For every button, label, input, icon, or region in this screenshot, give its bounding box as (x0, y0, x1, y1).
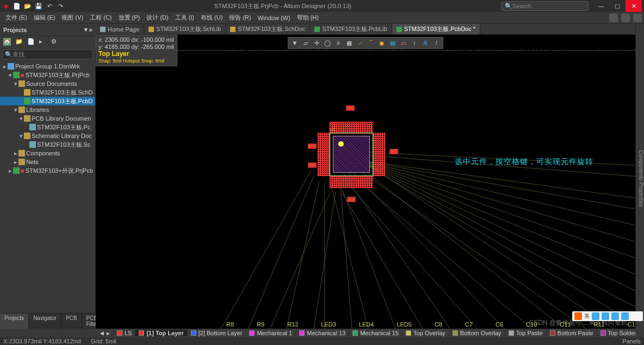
text-icon[interactable]: A (420, 37, 431, 48)
layer-tab[interactable]: Top Paste (505, 330, 547, 336)
filter-icon[interactable]: ▼ (289, 37, 300, 48)
tree-item[interactable]: ▾Source Documents (0, 79, 95, 88)
tree-item[interactable]: ▸Components (0, 149, 95, 158)
menu-item[interactable]: 工具 (I) (172, 14, 197, 22)
rect-icon[interactable]: ▭ (398, 37, 409, 48)
doc-icon[interactable]: 📄 (27, 38, 35, 46)
close-button[interactable]: ✕ (626, 0, 642, 12)
tree-item[interactable]: ▾■STM32F103主板.PrjPcb (0, 71, 95, 79)
pcb-component-u1[interactable]: C2 C3 C4 C1 C5 U1 (302, 116, 400, 214)
save-icon[interactable]: 💾 (35, 2, 42, 10)
share-icon[interactable] (609, 14, 618, 22)
undo-icon[interactable]: ↶ (46, 2, 53, 10)
layer-tab[interactable]: [2] Bottom Layer (188, 330, 246, 336)
tree-item[interactable]: STM32F103主板.Pc (0, 123, 95, 131)
cap-c5[interactable]: C5 (347, 197, 356, 202)
tree-item[interactable]: ▸■STM32F103+外设.PrjPcb (0, 166, 95, 175)
menu-item[interactable]: 帮助 (H) (294, 14, 322, 22)
menu-item[interactable]: 编辑 (E) (30, 14, 59, 22)
home-icon[interactable]: 🏠 (3, 38, 11, 46)
interactive-icon[interactable]: ⟋ (355, 37, 366, 48)
layer-tab[interactable]: Top Overlay (403, 330, 449, 336)
projects-title: Projects (3, 27, 27, 33)
pcb-toolbar: ▼ ▱ ✛ ◯ ≡ ▦ ⟋ ⌒ ◉ ▤ ▭ ↕ A / (288, 37, 443, 49)
bottom-tab[interactable]: Navigator (29, 313, 61, 329)
cap-c1[interactable]: C1 (308, 162, 317, 168)
settings-icon[interactable] (633, 14, 642, 22)
tree-item[interactable]: ▾Schematic Library Doc (0, 131, 95, 140)
coordinate-display: x: 2305.000 dx: -100.000 mil y: 4185.000… (96, 35, 177, 66)
open-icon[interactable]: 📂 (24, 2, 32, 10)
status-coord: X:2303.973mil Y:4183.412mil (3, 338, 81, 344)
layer-tab[interactable]: Bottom Paste (547, 330, 597, 336)
line-icon[interactable]: / (431, 37, 442, 48)
doc-tab[interactable]: STM32F103主板.PcbDoc * (392, 24, 480, 34)
menu-item[interactable]: 工程 (C) (86, 14, 115, 22)
layer-tab[interactable]: Mechanical 13 (296, 330, 349, 336)
menu-item[interactable]: 设计 (D) (143, 14, 171, 22)
annotation-text: 选中元件，按空格键，可实现元件旋转 (455, 157, 593, 167)
status-grid: Grid: 5mil (91, 338, 116, 344)
poly-icon[interactable]: ▤ (387, 37, 398, 48)
folder-icon[interactable]: 📁 (15, 38, 23, 46)
menu-item[interactable]: 视图 (V) (58, 14, 86, 22)
cloud-icon[interactable] (621, 14, 630, 22)
redo-icon[interactable]: ↷ (57, 2, 64, 10)
tree-item[interactable]: STM32F103主板.Sc (0, 140, 95, 149)
layer-tab[interactable]: Top Solder (597, 330, 635, 336)
search-input[interactable]: 🔍 Search (501, 1, 589, 11)
menu-item[interactable]: 布线 (U) (197, 14, 226, 22)
track-icon[interactable]: ⌒ (366, 37, 376, 48)
via-icon[interactable]: ◯ (322, 37, 333, 48)
tree-item[interactable]: STM32F103主板.SchD (0, 88, 95, 97)
window-title: STM32F103主板.PrjPcb - Altium Designer (20… (64, 2, 501, 10)
minimize-button[interactable]: — (593, 0, 609, 12)
cap-c3[interactable]: C3 (389, 149, 398, 154)
menu-item[interactable]: 放置 (P) (115, 14, 144, 22)
right-panel-tabs[interactable]: Components Properties (635, 24, 644, 329)
bottom-tab[interactable]: PCB (61, 313, 82, 329)
menu-item[interactable]: 报告 (R) (226, 14, 254, 22)
menu-item[interactable]: 文件 (E) (2, 14, 30, 22)
doc-tab[interactable]: STM32F103主板.SchDoc (226, 24, 310, 34)
select-icon[interactable]: ▱ (300, 37, 311, 48)
project-search[interactable]: 🔍 查找 (2, 49, 93, 59)
tree-item[interactable]: ▸Project Group 1.DsnWrk (0, 62, 95, 71)
align-icon[interactable]: ≡ (333, 37, 344, 48)
tree-item[interactable]: ▾PCB Library Documen (0, 114, 95, 123)
cap-c4[interactable]: C4 (308, 143, 317, 149)
layer-tab[interactable]: [1] Top Layer (135, 330, 187, 336)
tree-item[interactable]: STM32F103主板.PcbD (0, 97, 95, 105)
move-icon[interactable]: ✛ (311, 37, 322, 48)
doc-tab[interactable]: STM32F103主板.SchLib (144, 24, 226, 34)
tree-item[interactable]: ▸Nets (0, 158, 95, 166)
route-icon[interactable]: ▦ (344, 37, 355, 48)
layer-tab[interactable]: Bottom Overlay (449, 330, 505, 336)
bottom-tab[interactable]: Projects (0, 313, 29, 329)
doc-tab[interactable]: STM32F103主板.PcbLib (310, 24, 392, 34)
panel-pin-icon[interactable]: × (89, 27, 92, 33)
svg-line-17 (221, 171, 311, 329)
label-u1: U1 (330, 127, 335, 132)
tree-item[interactable]: ▾Libraries (0, 105, 95, 114)
panel-menu-icon[interactable]: ▾ (84, 26, 88, 33)
new-icon[interactable]: 📄 (13, 2, 21, 10)
menu-item[interactable]: Window (W) (255, 15, 294, 21)
dim-icon[interactable]: ↕ (409, 37, 420, 48)
layer-tab[interactable]: Mechanical 1 (246, 330, 296, 336)
ime-bar[interactable]: 英 (572, 311, 643, 321)
pad-icon[interactable]: ◉ (376, 37, 387, 48)
doc-tab[interactable]: Home Page (96, 24, 144, 34)
panels-button[interactable]: Panels (622, 338, 641, 344)
cap-c2[interactable]: C2 (346, 105, 355, 111)
layer-tab[interactable]: LS (114, 330, 135, 336)
compile-icon[interactable]: ▸ (39, 38, 47, 46)
app-icon: ◆ (2, 2, 10, 10)
layer-tab[interactable]: Mechanical 15 (349, 330, 403, 336)
gear-icon[interactable]: ⚙ (51, 38, 59, 46)
maximize-button[interactable]: ▢ (609, 0, 626, 12)
